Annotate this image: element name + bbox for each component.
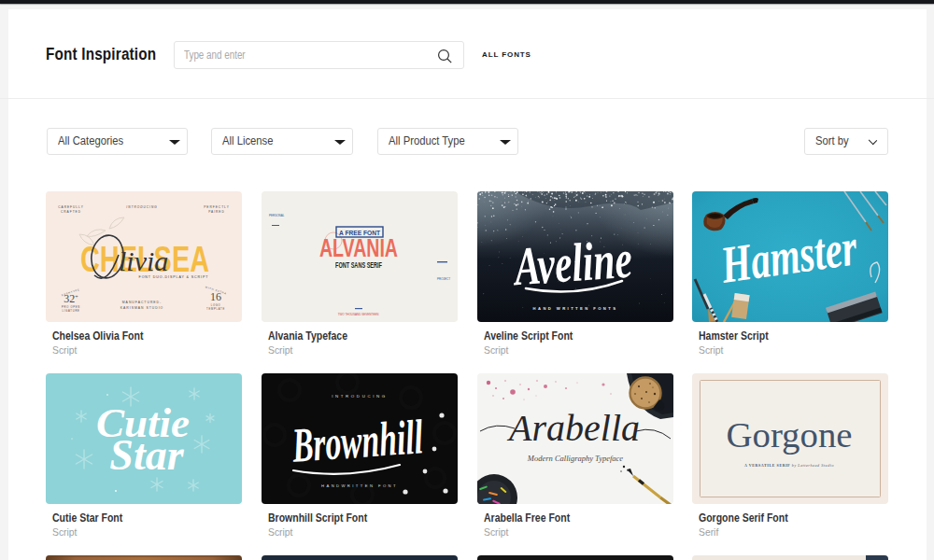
svg-text:KARISMAN STUDIO: KARISMAN STUDIO bbox=[120, 306, 163, 310]
svg-text:MANUFACTURED-: MANUFACTURED- bbox=[122, 301, 162, 304]
svg-text:INTRODUCING: INTRODUCING bbox=[126, 205, 158, 209]
svg-text:INTRODUCING: INTRODUCING bbox=[332, 394, 388, 399]
svg-text:PERSONAL: PERSONAL bbox=[269, 214, 285, 217]
svg-text:HAND WRITTEN FONTS: HAND WRITTEN FONTS bbox=[533, 306, 618, 311]
svg-text:Brownhill: Brownhill bbox=[290, 410, 425, 472]
svg-text:PERFECTLY: PERFECTLY bbox=[204, 205, 230, 209]
svg-text:CRAFTED: CRAFTED bbox=[61, 210, 81, 214]
svg-text:PROJECT: PROJECT bbox=[437, 277, 450, 281]
svg-text:livia: livia bbox=[119, 245, 168, 276]
svg-text:Gorgone: Gorgone bbox=[727, 416, 853, 455]
svg-text:A VERSATILE SERIF by Letterhea: A VERSATILE SERIF by Letterhead Studio bbox=[744, 463, 834, 468]
svg-text:Modern Calligraphy Typeface: Modern Calligraphy Typeface bbox=[527, 454, 624, 463]
svg-text:FONT DUO-DISPLAY & SCRIPT: FONT DUO-DISPLAY & SCRIPT bbox=[139, 275, 209, 279]
svg-text:16: 16 bbox=[210, 290, 221, 303]
svg-text:LOGO: LOGO bbox=[211, 303, 221, 307]
svg-text:HANDWRITTEN FONT: HANDWRITTEN FONT bbox=[321, 483, 398, 488]
svg-text:PRO OPEN: PRO OPEN bbox=[62, 305, 80, 309]
svg-text:CAREFULLY: CAREFULLY bbox=[58, 205, 84, 209]
svg-text:TWO THOUSAND SEVENTEEN: TWO THOUSAND SEVENTEEN bbox=[338, 313, 379, 316]
svg-text:Arabella: Arabella bbox=[506, 407, 640, 449]
svg-text:ALVANIA: ALVANIA bbox=[319, 234, 398, 262]
svg-text:Aveline: Aveline bbox=[511, 229, 634, 298]
svg-text:LIGATURE: LIGATURE bbox=[62, 309, 79, 313]
svg-text:TEMPLATE: TEMPLATE bbox=[206, 307, 225, 311]
svg-text:Star: Star bbox=[109, 431, 184, 479]
svg-text:FONT SANS SERIF: FONT SANS SERIF bbox=[335, 260, 382, 270]
svg-text:PAIRED: PAIRED bbox=[208, 210, 225, 214]
